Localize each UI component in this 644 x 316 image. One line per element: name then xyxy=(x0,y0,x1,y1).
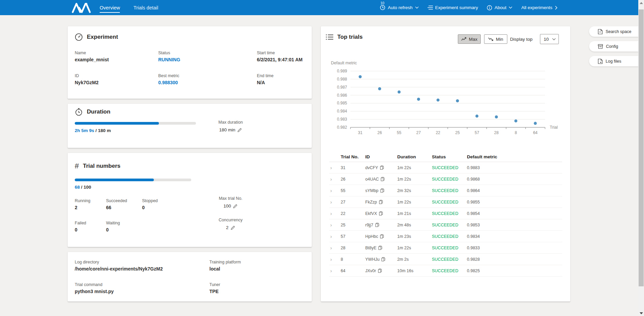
trial-id-text: JXv0r xyxy=(365,268,376,273)
status-value: RUNNING xyxy=(158,57,180,62)
trial-expand-chevron[interactable]: › xyxy=(329,245,341,251)
chart-xtick-label: 28 xyxy=(494,130,499,135)
about-label: About xyxy=(495,5,506,10)
copy-id-icon[interactable] xyxy=(379,211,383,216)
scatter-point[interactable] xyxy=(456,99,459,102)
experiment-summary-button[interactable]: Experiment summary xyxy=(428,5,478,10)
edit-pencil-icon[interactable] xyxy=(231,225,235,230)
trial-expand-chevron[interactable]: › xyxy=(329,176,341,182)
trials-progress-bar xyxy=(75,179,191,181)
scatter-point[interactable] xyxy=(359,75,362,78)
table-row[interactable]: ›31dvCFY1m 22sSUCCEEDED0.9883 xyxy=(329,162,562,173)
trials-progress-fill xyxy=(75,179,154,181)
trial-expand-chevron[interactable]: › xyxy=(329,268,341,274)
all-experiments-link[interactable]: All experiments xyxy=(521,5,557,10)
cell-duration: 1m 22s xyxy=(397,246,432,250)
copy-id-icon[interactable] xyxy=(378,268,382,273)
search-space-button[interactable]: Search space xyxy=(589,26,639,37)
scrollbar-thumb[interactable] xyxy=(639,9,644,286)
trial-expand-chevron[interactable]: › xyxy=(329,165,341,170)
trial-expand-chevron[interactable]: › xyxy=(329,211,341,216)
col-id: ID xyxy=(365,154,397,159)
log-directory-value: /home/core/nni-experiments/Nyk7GzM2 xyxy=(75,266,163,272)
cell-trial-id: Bt8yE xyxy=(365,246,397,250)
scatter-point[interactable] xyxy=(514,119,517,122)
tab-overview[interactable]: Overview xyxy=(100,4,120,12)
trials-progress-text: 68 / 100 xyxy=(75,185,91,190)
trial-expand-chevron[interactable]: › xyxy=(329,233,341,239)
copy-id-icon[interactable] xyxy=(375,223,379,227)
scatter-point[interactable] xyxy=(417,98,420,101)
table-row[interactable]: ›25r9jj72m 48sSUCCEEDED0.9853 xyxy=(329,219,562,231)
failed-value: 0 xyxy=(75,227,86,232)
trial-command-value: python3 mnist.py xyxy=(75,289,114,294)
auto-refresh-control[interactable]: 10 Auto refresh xyxy=(380,5,419,10)
log-files-label: Log files xyxy=(606,59,621,64)
scrollbar-up-arrow[interactable] xyxy=(640,2,643,4)
max-duration-block: Max duration 180 min xyxy=(207,120,254,132)
table-row[interactable]: ›57HpHbc1m 23sSUCCEEDED0.9834 xyxy=(329,231,562,242)
table-row[interactable]: ›55sYMbp2m 32sSUCCEEDED0.9864 xyxy=(329,185,562,196)
copy-id-icon[interactable] xyxy=(378,246,382,250)
scatter-point[interactable] xyxy=(534,122,537,125)
table-row[interactable]: ›64JXv0r10m 16sSUCCEEDED0.9825 xyxy=(329,265,562,277)
display-top-select[interactable]: 10 xyxy=(540,34,559,44)
edit-pencil-icon[interactable] xyxy=(237,128,242,132)
copy-id-icon[interactable] xyxy=(380,188,384,193)
stat-waiting: Waiting 0 xyxy=(106,221,120,232)
trial-expand-chevron[interactable]: › xyxy=(329,222,341,228)
trial-numbers-title-text: Trial numbers xyxy=(83,163,120,169)
min-button-label: Min xyxy=(496,37,503,42)
gauge-icon xyxy=(75,33,83,41)
start-time-label: Start time xyxy=(257,51,303,55)
col-trial-no: Trial No. xyxy=(341,154,365,159)
stat-stopped: Stopped 0 xyxy=(142,198,158,210)
copy-id-icon[interactable] xyxy=(381,257,385,261)
cell-trial-id: o4UAC xyxy=(365,177,397,182)
cell-trial-id: HpHbc xyxy=(365,234,397,239)
cell-trial-no: 8 xyxy=(341,257,365,262)
trial-expand-chevron[interactable]: › xyxy=(329,188,341,193)
succeeded-label: Succeeded xyxy=(106,198,127,203)
scatter-point[interactable] xyxy=(437,98,440,101)
scatter-point[interactable] xyxy=(475,115,478,118)
trial-expand-chevron[interactable]: › xyxy=(329,199,341,205)
cell-status: SUCCEEDED xyxy=(432,234,467,239)
max-button[interactable]: Max xyxy=(458,34,481,44)
experiment-card: Experiment Name example_mnist Status RUN… xyxy=(68,26,312,99)
copy-id-icon[interactable] xyxy=(381,177,384,181)
scatter-point[interactable] xyxy=(495,115,498,118)
scatter-point[interactable] xyxy=(398,91,401,94)
stopped-value: 0 xyxy=(142,205,158,210)
cell-trial-id: r9jj7 xyxy=(365,223,397,227)
copy-id-icon[interactable] xyxy=(379,200,383,204)
min-button[interactable]: Min xyxy=(484,34,507,44)
chart-ytick-label: 0.988 xyxy=(337,77,347,82)
scrollbar-down-arrow[interactable] xyxy=(640,312,643,314)
about-menu[interactable]: About xyxy=(487,5,512,10)
copy-id-icon[interactable] xyxy=(380,234,384,239)
chart-xtick-label: 8 xyxy=(515,130,517,135)
chevron-down-icon xyxy=(415,6,419,9)
table-row[interactable]: ›27FkZzp1m 22sSUCCEEDED0.9855 xyxy=(329,196,562,208)
chart-xtick-label: 55 xyxy=(397,130,402,135)
tab-trials-detail[interactable]: Trials detail xyxy=(133,4,158,12)
table-row[interactable]: ›22EkfVX1m 21sSUCCEEDED0.9854 xyxy=(329,208,562,219)
edit-pencil-icon[interactable] xyxy=(233,204,238,209)
trial-id-text: r9jj7 xyxy=(365,223,373,227)
trial-numbers-card: # Trial numbers 68 / 100 Running 2 Succe… xyxy=(68,153,312,247)
log-files-button[interactable]: Log files xyxy=(589,56,639,66)
chart-xtick-label: 31 xyxy=(358,130,363,135)
chart-ytick-label: 0.989 xyxy=(337,69,347,73)
cell-default-metric: 0.9833 xyxy=(467,246,562,250)
hash-icon: # xyxy=(75,162,79,170)
table-row[interactable]: ›26o4UAC1m 22sSUCCEEDED0.9868 xyxy=(329,173,562,185)
table-row[interactable]: ›28Bt8yE1m 22sSUCCEEDED0.9833 xyxy=(329,242,562,254)
name-label: Name xyxy=(75,51,109,55)
trial-expand-chevron[interactable]: › xyxy=(329,256,341,262)
table-row[interactable]: ›8YWHJu2m 2sSUCCEEDED0.9828 xyxy=(329,254,562,265)
copy-id-icon[interactable] xyxy=(380,165,384,170)
cell-duration: 2m 32s xyxy=(397,188,432,193)
config-button[interactable]: Config xyxy=(589,41,639,52)
scatter-point[interactable] xyxy=(378,87,381,90)
